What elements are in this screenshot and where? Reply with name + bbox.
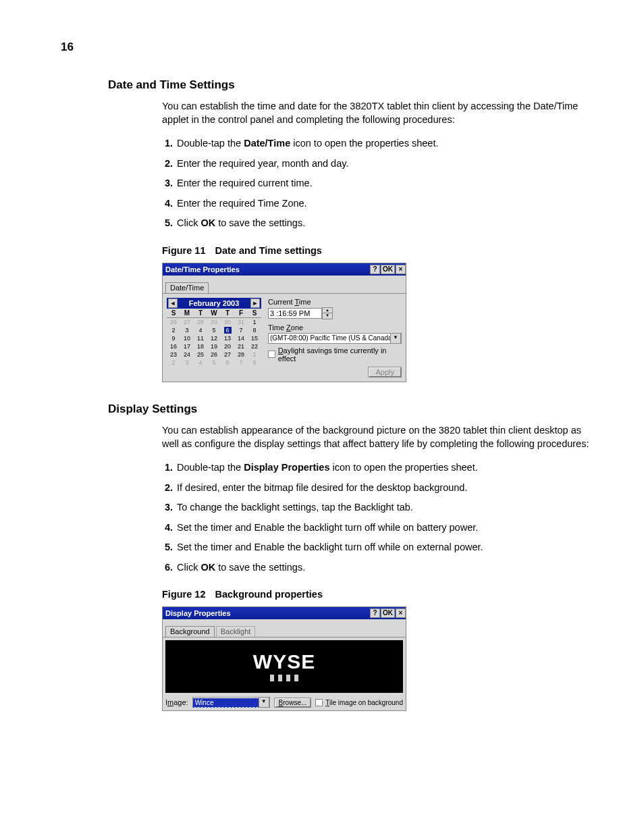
step: Click OK to save the settings. — [176, 561, 590, 575]
calendar[interactable]: ◄ February 2003 ► SMTWTFS 26272829303112… — [167, 298, 261, 377]
current-time-label: Current Time — [268, 298, 402, 306]
calendar-day[interactable]: 29 — [207, 317, 221, 326]
dropdown-icon[interactable]: ▼ — [390, 333, 401, 344]
timezone-select[interactable]: (GMT-08:00) Pacific Time (US & Canada) ▼ — [268, 333, 402, 344]
calendar-next-button[interactable]: ► — [250, 298, 260, 308]
label-text: one — [291, 323, 303, 332]
calendar-day[interactable]: 18 — [194, 342, 207, 350]
window-title: Date/Time Properties — [165, 265, 369, 273]
tile-label: Tile image on background — [325, 699, 403, 706]
calendar-day[interactable]: 19 — [207, 342, 221, 350]
time-spinner[interactable]: ▲▼ — [322, 307, 333, 319]
label-text: Current — [268, 298, 295, 306]
calendar-day[interactable]: 15 — [248, 334, 261, 342]
page-number: 16 — [61, 41, 590, 54]
calendar-day[interactable]: 17 — [180, 342, 194, 350]
spin-down-icon[interactable]: ▼ — [323, 313, 332, 319]
steps-list-2: Double-tap the Display Properties icon t… — [162, 461, 590, 574]
calendar-day[interactable]: 28 — [194, 317, 207, 326]
step: Enter the required Time Zone. — [176, 197, 590, 211]
calendar-month: February 2003 — [189, 299, 240, 307]
calendar-grid[interactable]: SMTWTFS 26272829303112345678910111213141… — [167, 309, 261, 367]
tab-row: Background Backlight — [163, 619, 406, 637]
calendar-day[interactable]: 8 — [248, 326, 261, 334]
calendar-day[interactable]: 30 — [221, 317, 234, 326]
dst-checkbox[interactable] — [268, 350, 275, 358]
label-mnemonic: m — [167, 698, 173, 706]
image-combobox[interactable]: Wince ▼ — [192, 697, 270, 708]
figure-title: Date and Time settings — [215, 245, 321, 256]
image-value: Wince — [193, 698, 259, 707]
calendar-day[interactable]: 7 — [234, 326, 248, 334]
calendar-day[interactable]: 31 — [234, 317, 248, 326]
calendar-day[interactable]: 26 — [167, 317, 180, 326]
dst-label: Daylight savings time currently in effec… — [278, 346, 402, 363]
calendar-day[interactable]: 11 — [194, 334, 207, 342]
step-text: icon to open the properties sheet. — [290, 138, 438, 149]
calendar-day[interactable]: 28 — [234, 350, 248, 359]
spin-up-icon[interactable]: ▲ — [323, 308, 332, 314]
label-text: rowse... — [283, 699, 306, 706]
calendar-day[interactable]: 23 — [167, 350, 180, 359]
close-button[interactable]: × — [396, 608, 406, 618]
ok-button[interactable]: OK — [381, 608, 395, 618]
help-button[interactable]: ? — [370, 608, 380, 618]
calendar-day[interactable]: 9 — [167, 334, 180, 342]
datetime-properties-window: Date/Time Properties ? OK × Date/Time ◄ … — [162, 263, 406, 382]
figure-number: Figure 12 — [162, 589, 205, 600]
calendar-day[interactable]: 10 — [180, 334, 194, 342]
label-mnemonic: Z — [286, 323, 291, 332]
timezone-value: (GMT-08:00) Pacific Time (US & Canada) — [269, 334, 390, 342]
calendar-day[interactable]: 16 — [167, 342, 180, 350]
calendar-prev-button[interactable]: ◄ — [168, 298, 178, 308]
calendar-day[interactable]: 26 — [207, 350, 221, 359]
calendar-day[interactable]: 25 — [194, 350, 207, 359]
apply-button[interactable]: Apply — [368, 367, 402, 377]
label-text: aylight savings time currently in effect — [278, 346, 387, 363]
dropdown-icon[interactable]: ▼ — [259, 697, 269, 708]
calendar-day[interactable]: 3 — [180, 326, 194, 334]
calendar-day[interactable]: 13 — [221, 334, 234, 342]
calendar-day[interactable]: 24 — [180, 350, 194, 359]
current-time-input[interactable] — [268, 308, 322, 319]
calendar-day[interactable]: 20 — [221, 342, 234, 350]
calendar-day[interactable]: 27 — [180, 317, 194, 326]
calendar-day[interactable]: 1 — [248, 317, 261, 326]
window-title: Display Properties — [165, 609, 369, 617]
wyse-logo: WYSE — [253, 652, 315, 672]
ok-button[interactable]: OK — [381, 265, 395, 274]
calendar-day[interactable]: 27 — [221, 350, 234, 359]
tab-datetime[interactable]: Date/Time — [165, 282, 209, 293]
calendar-day[interactable]: 2 — [167, 359, 180, 367]
titlebar: Date/Time Properties ? OK × — [163, 263, 406, 276]
intro-paragraph-1: You can establish the time and date for … — [162, 100, 590, 126]
step-text: Click — [177, 217, 200, 228]
calendar-day[interactable]: 4 — [194, 359, 207, 367]
close-button[interactable]: × — [396, 265, 406, 274]
step: To change the backlight settings, tap th… — [176, 501, 590, 515]
calendar-day[interactable]: 6 — [221, 359, 234, 367]
help-button[interactable]: ? — [370, 265, 380, 274]
calendar-day[interactable]: 7 — [234, 359, 248, 367]
intro-paragraph-2: You can establish appearance of the back… — [162, 424, 590, 450]
calendar-day[interactable]: 1 — [248, 350, 261, 359]
calendar-day[interactable]: 4 — [194, 326, 207, 334]
preview-taskbar-icons — [270, 675, 298, 681]
step-text: to save the settings. — [215, 562, 305, 573]
tab-backlight[interactable]: Backlight — [216, 626, 256, 637]
calendar-day-header: F — [234, 309, 248, 318]
calendar-day[interactable]: 5 — [207, 359, 221, 367]
calendar-day[interactable]: 6 — [221, 326, 234, 334]
tab-background[interactable]: Background — [165, 626, 215, 637]
calendar-day[interactable]: 5 — [207, 326, 221, 334]
label-text: ime — [299, 298, 311, 306]
calendar-day[interactable]: 2 — [167, 326, 180, 334]
calendar-day[interactable]: 14 — [234, 334, 248, 342]
calendar-day[interactable]: 8 — [248, 359, 261, 367]
calendar-day[interactable]: 12 — [207, 334, 221, 342]
calendar-day[interactable]: 21 — [234, 342, 248, 350]
tile-checkbox[interactable] — [315, 699, 323, 706]
browse-button[interactable]: Browse... — [274, 698, 312, 708]
calendar-day[interactable]: 3 — [180, 359, 194, 367]
calendar-day[interactable]: 22 — [248, 342, 261, 350]
